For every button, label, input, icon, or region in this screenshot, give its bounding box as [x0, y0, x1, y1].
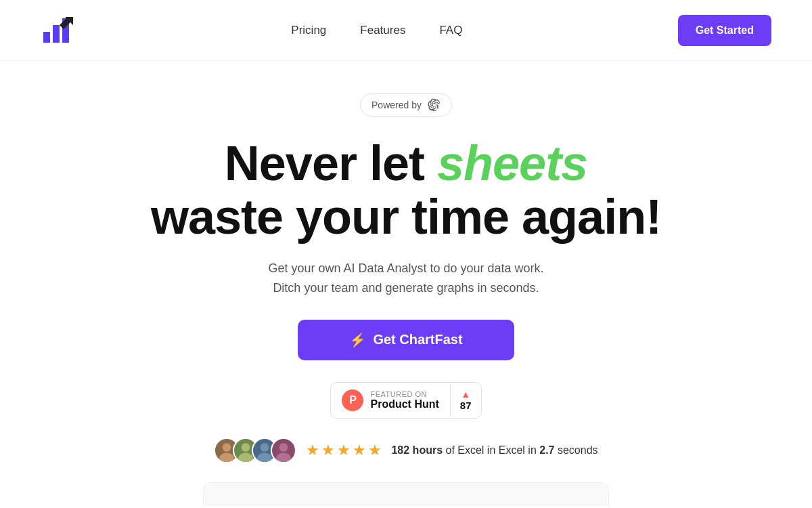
- logo: [41, 13, 76, 48]
- nav-links: Pricing Features FAQ: [291, 24, 462, 37]
- powered-by-badge: Powered by: [360, 93, 452, 117]
- nav-faq[interactable]: FAQ: [439, 24, 462, 37]
- product-hunt-name: Product Hunt: [370, 398, 438, 410]
- product-hunt-left: P FEATURED ON Product Hunt: [331, 383, 449, 418]
- subheadline: Get your own AI Data Analyst to do your …: [268, 259, 543, 298]
- svg-point-4: [223, 443, 231, 452]
- star-rating: ★ ★ ★ ★ ★: [306, 442, 382, 459]
- product-hunt-count: 87: [460, 400, 472, 411]
- star-2: ★: [321, 442, 335, 459]
- proof-hours-text: of Excel in: [443, 444, 499, 456]
- star-4: ★: [353, 442, 366, 459]
- hero-section: Powered by Never let sheets waste your t…: [0, 61, 812, 506]
- nav-pricing[interactable]: Pricing: [291, 24, 326, 37]
- powered-by-text: Powered by: [371, 100, 422, 110]
- product-hunt-badge[interactable]: P FEATURED ON Product Hunt ▲ 87: [330, 382, 481, 419]
- svg-point-10: [279, 443, 288, 452]
- proof-seconds-text: seconds: [554, 444, 597, 456]
- headline: Never let sheets waste your time again!: [151, 137, 661, 244]
- nav-get-started-button[interactable]: Get Started: [678, 15, 771, 46]
- hero-cta-button[interactable]: ⚡ Get ChartFast: [298, 320, 514, 360]
- product-hunt-text: FEATURED ON Product Hunt: [370, 390, 438, 410]
- svg-point-8: [261, 443, 269, 452]
- svg-point-9: [258, 453, 272, 463]
- svg-point-5: [220, 453, 234, 463]
- proof-hours-bold: 182 hours: [391, 444, 443, 456]
- upvote-arrow-icon: ▲: [461, 389, 470, 400]
- navbar: Pricing Features FAQ Get Started: [0, 0, 812, 61]
- headline-highlight: sheets: [437, 136, 587, 190]
- subline1: Get your own AI Data Analyst to do your …: [268, 261, 543, 275]
- svg-marker-1: [53, 25, 60, 43]
- star-5: ★: [368, 442, 382, 459]
- headline-line1: Never let sheets: [151, 137, 661, 190]
- avatar-4: [271, 438, 296, 463]
- avatars: [214, 438, 296, 463]
- svg-point-11: [277, 453, 291, 463]
- proof-text: 182 hours of Excel in Excel in 2.7 secon…: [391, 444, 597, 457]
- logo-icon: [41, 13, 76, 48]
- headline-prefix: Never let: [225, 136, 437, 190]
- headline-line2: waste your time again!: [151, 190, 661, 244]
- product-hunt-logo: P: [342, 389, 363, 411]
- subline2: Ditch your team and generate graphs in s…: [273, 281, 539, 295]
- nav-features[interactable]: Features: [360, 24, 405, 37]
- lightning-icon: ⚡: [349, 332, 366, 348]
- openai-icon: [427, 98, 441, 112]
- svg-point-7: [239, 453, 253, 463]
- bottom-card-preview: [203, 482, 609, 506]
- proof-seconds-bold: 2.7: [539, 444, 554, 456]
- star-3: ★: [337, 442, 351, 459]
- svg-point-6: [242, 443, 250, 452]
- star-1: ★: [306, 442, 319, 459]
- social-proof: ★ ★ ★ ★ ★ 182 hours of Excel in Excel in…: [214, 438, 597, 463]
- product-hunt-featured-label: FEATURED ON: [370, 390, 438, 398]
- product-hunt-vote: ▲ 87: [450, 383, 481, 417]
- hero-cta-label: Get ChartFast: [373, 332, 462, 347]
- svg-marker-0: [43, 32, 50, 43]
